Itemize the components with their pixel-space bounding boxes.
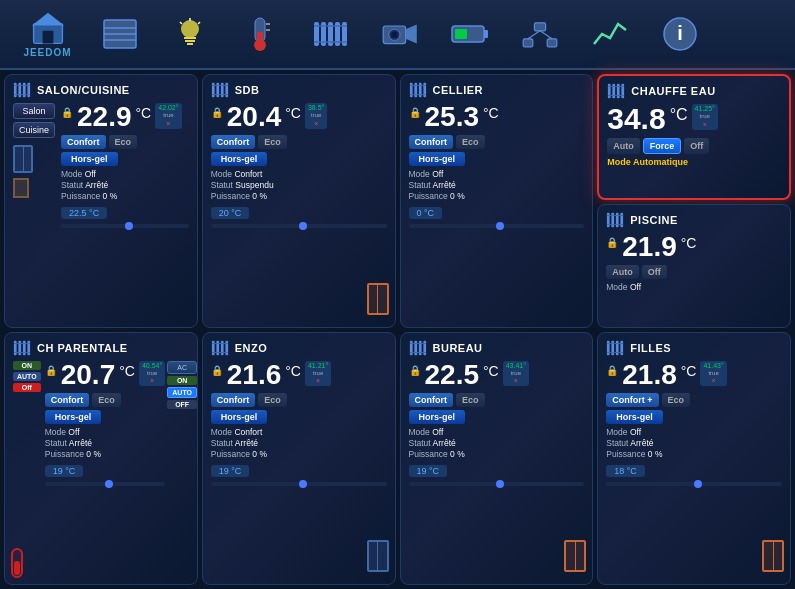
tv-cellier2: 25.3 [425, 103, 480, 131]
window-sc2 [13, 145, 33, 173]
tb-bureau2: 43.41°true× [503, 361, 529, 387]
slider-enzo2[interactable] [211, 482, 387, 486]
nav-battery[interactable] [435, 4, 505, 64]
mode-sc2: Mode Off [61, 169, 189, 179]
nav-light[interactable] [155, 4, 225, 64]
temp-cellier2: 🔒 25.3 °C [409, 103, 585, 131]
card-header-filles2: FILLES [606, 339, 782, 357]
puissance-cellier2: Puissance 0 % [409, 191, 585, 201]
win-sdb2 [367, 283, 389, 315]
temp-sc2: 🔒 22.9 °C 42.02°true× [61, 103, 189, 131]
btn-off-piscine2[interactable]: Off [642, 265, 667, 279]
nav-logo[interactable]: JEEDOM [10, 4, 85, 64]
svg-rect-106 [622, 84, 625, 98]
nav-temperature[interactable] [225, 4, 295, 64]
btn-salon-2[interactable]: Salon [13, 103, 55, 119]
btn-auto-ce2[interactable]: Auto [607, 138, 640, 154]
nav-garage[interactable] [85, 4, 155, 64]
btn-eco-bureau2[interactable]: Eco [456, 393, 485, 407]
temp-sdb2: 🔒 20.4 °C 38.5°true× [211, 103, 387, 131]
btn-eco-cellier2[interactable]: Eco [456, 135, 485, 149]
card-header-cellier2: CELLIER [409, 81, 585, 99]
svg-rect-122 [216, 340, 219, 354]
btn-force-ce2[interactable]: Force [643, 138, 682, 154]
sc2-main: 🔒 22.9 °C 42.02°true× ConfortEco Hors-ge… [61, 103, 189, 228]
btn-eco-enzo2[interactable]: Eco [258, 393, 287, 407]
lock-sc2: 🔒 [61, 107, 73, 118]
svg-point-7 [181, 20, 199, 38]
svg-rect-99 [418, 83, 421, 97]
card-chpar-2: CH PARENTALE ON AUTO Off 🔒 20.7 °C 40.54… [4, 332, 198, 586]
settemp-enzo2: 19 °C [211, 465, 250, 477]
card-header-ce2: CHAUFFE EAU [607, 82, 781, 100]
svg-rect-94 [225, 83, 228, 97]
tb-sc2: 42.02°true× [155, 103, 181, 129]
slider-cellier2[interactable] [409, 224, 585, 228]
btn-auto-piscine2[interactable]: Auto [606, 265, 639, 279]
tu-ce2: °C [670, 106, 688, 124]
svg-rect-87 [23, 83, 26, 97]
temp-ce2: 34.8 °C 41.25°true× [607, 104, 781, 134]
nav-camera[interactable] [365, 4, 435, 64]
btn-confort-enzo2[interactable]: Confort [211, 393, 256, 407]
svg-text:i: i [677, 22, 683, 44]
vb-off-chpar2[interactable]: Off [13, 383, 41, 392]
btn-confort-sc2[interactable]: Confort [61, 135, 106, 149]
btn-confort-filles2[interactable]: Confort + [606, 393, 658, 407]
tu-cellier2: °C [483, 105, 499, 121]
win-enzo2 [367, 540, 389, 572]
svg-rect-28 [484, 30, 488, 38]
statut-sdb2: Statut Suspendu [211, 180, 387, 190]
svg-rect-13 [257, 32, 263, 44]
btn-cuisine-2[interactable]: Cuisine [13, 122, 55, 138]
btn-confort-bureau2[interactable]: Confort [409, 393, 454, 407]
nav-info[interactable]: i [645, 4, 715, 64]
btn-confort-sdb2[interactable]: Confort [211, 135, 256, 149]
tu-bureau2: °C [483, 363, 499, 379]
btn-gel-sc2[interactable]: Hors-gel [61, 152, 118, 166]
slider-sdb2[interactable] [211, 224, 387, 228]
btn-gel-bureau2[interactable]: Hors-gel [409, 410, 466, 424]
btn-eco-sc2[interactable]: Eco [109, 135, 138, 149]
slider-filles2[interactable] [606, 482, 782, 486]
slider-sc2[interactable] [61, 224, 189, 228]
btn-gel-enzo2[interactable]: Hors-gel [211, 410, 268, 424]
vbtns1-chpar2: ON AUTO Off [13, 361, 41, 392]
slider-bureau2[interactable] [409, 482, 585, 486]
settemp-sc2: 22.5 °C [61, 207, 107, 219]
btn-confort-chpar2[interactable]: Confort [45, 393, 90, 407]
door-sc2 [13, 178, 29, 198]
svg-rect-110 [612, 213, 615, 227]
btn-gel-cellier2[interactable]: Hors-gel [409, 152, 466, 166]
tb-ce2: 41.25°true× [692, 104, 718, 130]
nav-chart[interactable] [575, 4, 645, 64]
svg-rect-123 [221, 340, 224, 354]
mode-chpar2: Mode Off [45, 427, 166, 437]
puissance-chpar2: Puissance 0 % [45, 449, 166, 459]
title-sdb2: SDB [235, 84, 260, 96]
btn-eco-filles2[interactable]: Eco [662, 393, 691, 407]
mode-filles2: Mode Off [606, 427, 782, 437]
btn-eco-chpar2[interactable]: Eco [92, 393, 121, 407]
vb-on2-chpar2[interactable]: ON [167, 376, 197, 385]
svg-rect-103 [608, 84, 611, 98]
nav-radiator[interactable] [295, 4, 365, 64]
btn-confort-cellier2[interactable]: Confort [409, 135, 454, 149]
btn-gel-chpar2[interactable]: Hors-gel [45, 410, 102, 424]
vb-auto2-chpar2[interactable]: AUTO [167, 387, 197, 398]
slider-chpar2[interactable] [45, 482, 166, 486]
svg-rect-111 [616, 213, 619, 227]
vb-on-chpar2[interactable]: ON [13, 361, 41, 370]
btn-eco-sdb2[interactable]: Eco [258, 135, 287, 149]
btn-off-ce2[interactable]: Off [684, 138, 709, 154]
card-filles-2: FILLES 🔒 21.8 °C 41.43°true× Confort +Ec… [597, 332, 791, 586]
settemp-cellier2: 0 °C [409, 207, 443, 219]
btn-gel-filles2[interactable]: Hors-gel [606, 410, 663, 424]
svg-rect-86 [18, 83, 21, 97]
mode-enzo2: Mode Confort [211, 427, 387, 437]
nav-network[interactable] [505, 4, 575, 64]
card-header-enzo2: ENZO [211, 339, 387, 357]
btn-gel-sdb2[interactable]: Hors-gel [211, 152, 268, 166]
vb-auto-chpar2[interactable]: AUTO [13, 372, 41, 381]
vb-off2-chpar2[interactable]: OFF [167, 400, 197, 409]
